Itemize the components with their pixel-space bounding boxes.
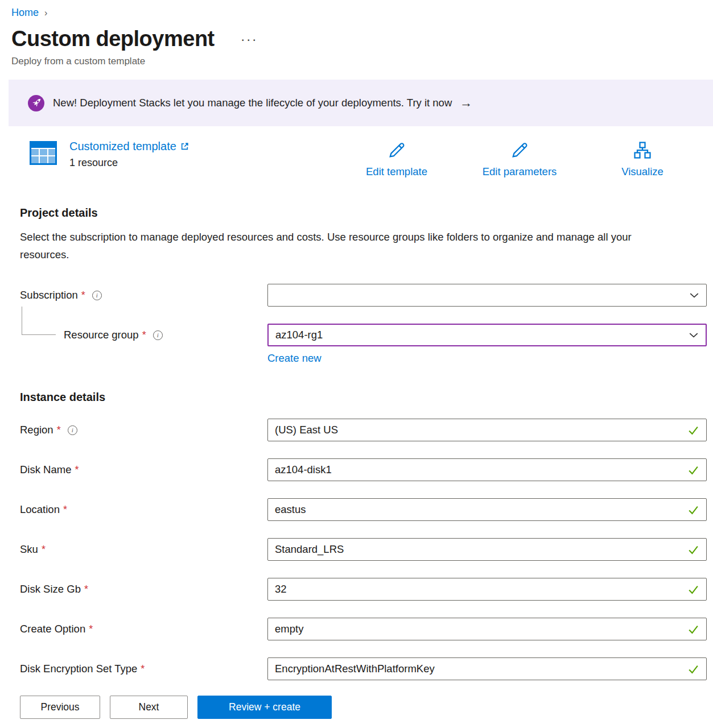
template-summary: Customized template 1 resource Edit temp… — [0, 140, 713, 178]
external-link-icon — [180, 142, 189, 151]
banner-message: New! Deployment Stacks let you manage th… — [53, 97, 452, 109]
info-icon[interactable]: i — [68, 425, 77, 435]
disk-name-row: Disk Name * az104-disk1 — [20, 458, 707, 481]
sku-input[interactable]: Standard_LRS — [267, 538, 707, 561]
page-subtitle: Deploy from a custom template — [11, 56, 702, 67]
checkmark-icon — [687, 623, 699, 635]
subscription-row: Subscription * i — [20, 284, 707, 307]
required-marker: * — [63, 504, 67, 516]
page-header: Home › Custom deployment ··· Deploy from… — [0, 0, 713, 67]
template-toolbar: Edit template Edit parameters Visualiz — [335, 140, 704, 178]
region-row: Region * i (US) East US — [20, 419, 707, 441]
required-marker: * — [81, 289, 85, 301]
indent-connector-line — [22, 307, 56, 335]
disk-name-input[interactable]: az104-disk1 — [267, 458, 707, 481]
required-marker: * — [75, 464, 79, 476]
previous-button[interactable]: Previous — [20, 696, 100, 719]
arrow-right-icon: → — [460, 97, 472, 109]
location-label: Location * — [20, 503, 267, 516]
disk-size-label: Disk Size Gb * — [20, 583, 267, 595]
subscription-dropdown[interactable] — [267, 284, 707, 307]
template-icon — [30, 141, 57, 165]
create-option-input[interactable]: empty — [267, 618, 707, 640]
disk-size-input[interactable]: 32 — [267, 578, 707, 601]
rocket-icon — [27, 94, 45, 112]
checkmark-icon — [687, 544, 699, 556]
wizard-footer: Previous Next Review + create — [0, 688, 713, 728]
deployment-stacks-banner[interactable]: New! Deployment Stacks let you manage th… — [9, 80, 713, 126]
info-icon[interactable]: i — [153, 330, 163, 340]
subscription-label: Subscription * i — [20, 289, 267, 301]
location-row: Location * eastus — [20, 498, 707, 521]
region-input[interactable]: (US) East US — [267, 419, 707, 441]
sku-label: Sku * — [20, 543, 267, 556]
create-new-row: Create new — [267, 352, 707, 365]
create-option-row: Create Option * empty — [20, 618, 707, 640]
template-resource-count: 1 resource — [69, 157, 189, 169]
project-details-heading: Project details — [20, 206, 707, 220]
checkmark-icon — [687, 663, 699, 675]
resource-group-dropdown[interactable]: az104-rg1 — [267, 324, 707, 346]
required-marker: * — [84, 584, 88, 595]
form-content: Project details Select the subscription … — [0, 206, 713, 728]
review-create-button[interactable]: Review + create — [197, 696, 332, 719]
create-new-link[interactable]: Create new — [267, 352, 322, 364]
disk-encryption-set-type-row: Disk Encryption Set Type * EncryptionAtR… — [20, 657, 707, 680]
org-chart-icon — [632, 140, 653, 163]
visualize-button[interactable]: Visualize — [581, 140, 704, 178]
instance-details-heading: Instance details — [20, 391, 707, 404]
customized-template-link[interactable]: Customized template — [69, 140, 176, 153]
resource-group-row: Resource group * i az104-rg1 — [20, 324, 707, 346]
disk-size-row: Disk Size Gb * 32 — [20, 578, 707, 601]
checkmark-icon — [687, 424, 699, 436]
required-marker: * — [57, 424, 61, 436]
visualize-label: Visualize — [621, 166, 663, 178]
edit-parameters-label: Edit parameters — [483, 166, 557, 178]
page-title: Custom deployment — [11, 27, 215, 51]
location-input[interactable]: eastus — [267, 498, 707, 521]
chevron-down-icon — [689, 290, 699, 300]
region-label: Region * i — [20, 424, 267, 436]
pencil-icon — [509, 140, 530, 163]
required-marker: * — [141, 663, 145, 675]
project-details-description: Select the subscription to manage deploy… — [20, 229, 683, 263]
next-button[interactable]: Next — [110, 696, 188, 719]
edit-parameters-button[interactable]: Edit parameters — [458, 140, 581, 178]
disk-encryption-set-type-label: Disk Encryption Set Type * — [20, 663, 267, 675]
checkmark-icon — [687, 584, 699, 595]
chevron-down-icon — [689, 330, 699, 340]
checkmark-icon — [687, 504, 699, 516]
checkmark-icon — [687, 464, 699, 476]
required-marker: * — [142, 329, 146, 341]
disk-name-label: Disk Name * — [20, 464, 267, 476]
more-options-button[interactable]: ··· — [241, 32, 258, 46]
breadcrumb-chevron-icon: › — [44, 8, 47, 18]
required-marker: * — [89, 623, 93, 635]
disk-encryption-set-type-input[interactable]: EncryptionAtRestWithPlatformKey — [267, 657, 707, 680]
resource-group-value: az104-rg1 — [275, 329, 689, 341]
breadcrumb-home-link[interactable]: Home — [11, 7, 39, 19]
resource-group-label: Resource group * i — [20, 329, 267, 341]
info-icon[interactable]: i — [92, 291, 102, 300]
edit-template-button[interactable]: Edit template — [335, 140, 458, 178]
create-option-label: Create Option * — [20, 623, 267, 635]
breadcrumb: Home › — [11, 7, 702, 19]
sku-row: Sku * Standard_LRS — [20, 538, 707, 561]
pencil-icon — [386, 140, 407, 163]
edit-template-label: Edit template — [366, 166, 427, 178]
required-marker: * — [42, 544, 46, 556]
